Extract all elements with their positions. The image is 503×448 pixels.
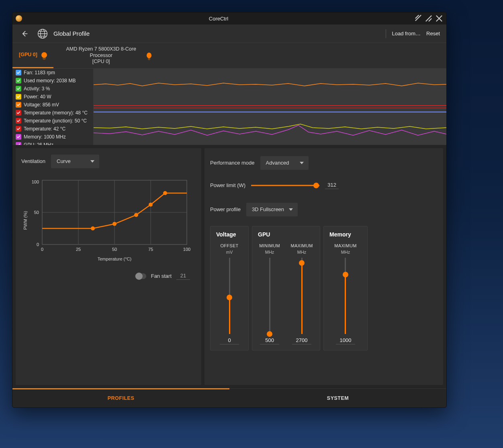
globe-icon xyxy=(37,28,49,40)
performance-panel: Performance mode Advanced Power limit (W… xyxy=(204,148,443,385)
app-window: CoreCtrl Global Profile Load from… Reset… xyxy=(12,12,447,408)
sensor-item[interactable]: Memory: 1000 MHz xyxy=(12,133,93,141)
sensor-label: Memory: 1000 MHz xyxy=(24,134,66,140)
load-from-button[interactable]: Load from… xyxy=(392,31,421,37)
sensor-label: Temperature: 42 °C xyxy=(24,126,65,132)
performance-mode-label: Performance mode xyxy=(210,160,255,166)
gpu-min-slider[interactable]: MINIMUM MHz 500 xyxy=(259,243,280,344)
device-tabs: [GPU 0] AMD Ryzen 7 5800X3D 8-Core Proce… xyxy=(12,43,446,69)
sensor-label: Activity: 3 % xyxy=(24,86,50,92)
sensor-checkbox[interactable] xyxy=(16,142,21,145)
svg-point-22 xyxy=(163,191,167,195)
fan-start-value[interactable]: 21 xyxy=(176,273,190,280)
device-tab-gpu0[interactable]: [GPU 0] xyxy=(12,43,53,68)
sensor-item[interactable]: Temperature: 42 °C xyxy=(12,125,93,133)
sensor-checkbox[interactable] xyxy=(16,78,21,83)
fan-start-toggle[interactable] xyxy=(135,273,146,279)
power-profile-label: Power profile xyxy=(210,206,241,212)
ventilation-mode-select[interactable]: Curve xyxy=(51,155,99,168)
sensor-item[interactable]: Fan: 1183 rpm xyxy=(12,69,93,77)
chart-xlabel: Temperature (°C) xyxy=(98,257,131,261)
panels: Ventilation Curve PWM (%) xyxy=(12,145,446,388)
device-tab-cpu0[interactable]: AMD Ryzen 7 5800X3D 8-Core Processor [CP… xyxy=(53,43,158,68)
maximize-button[interactable] xyxy=(425,14,433,22)
back-button[interactable] xyxy=(19,28,30,39)
svg-text:100: 100 xyxy=(183,247,190,252)
tab-system[interactable]: SYSTEM xyxy=(229,389,446,407)
tab-profiles[interactable]: PROFILES xyxy=(12,389,229,407)
fan-curve-chart[interactable]: PWM (%) 0255075100 xyxy=(22,176,195,265)
memory-max-slider[interactable]: MAXIMUM MHz 1000 xyxy=(334,243,356,344)
tuning-cards: Voltage OFFSET mV 0 GPU xyxy=(210,226,438,350)
svg-point-20 xyxy=(134,213,138,217)
chart-ylabel: PWM (%) xyxy=(23,211,28,230)
svg-text:25: 25 xyxy=(76,247,81,252)
bottom-nav: PROFILES SYSTEM xyxy=(12,388,446,407)
sensor-checkbox[interactable] xyxy=(16,86,21,92)
sensor-checkbox[interactable] xyxy=(16,134,21,140)
sensor-label: GPU: 26 MHz xyxy=(24,142,53,145)
reset-button[interactable]: Reset xyxy=(426,31,440,37)
sensor-checkbox[interactable] xyxy=(16,70,21,75)
app-icon xyxy=(16,15,22,22)
card-title: Memory xyxy=(327,231,364,238)
performance-mode-select[interactable]: Advanced xyxy=(260,156,309,170)
device-tab-label: AMD Ryzen 7 5800X3D 8-Core Processor [CP… xyxy=(60,46,143,65)
svg-point-21 xyxy=(149,203,153,207)
svg-text:0: 0 xyxy=(41,247,43,252)
profile-name: Global Profile xyxy=(53,30,90,37)
sensor-checkbox[interactable] xyxy=(16,110,21,116)
close-button[interactable] xyxy=(435,14,443,22)
sensor-checkbox[interactable] xyxy=(16,94,21,100)
device-toggle-icon[interactable] xyxy=(147,53,151,58)
device-toggle-icon[interactable] xyxy=(41,52,47,58)
power-limit-label: Power limit (W) xyxy=(210,182,245,188)
sensor-label: Temperature (memory): 48 °C xyxy=(24,110,88,116)
sensor-list[interactable]: Fan: 1183 rpmUsed memory: 2038 MBActivit… xyxy=(12,69,94,145)
svg-text:100: 100 xyxy=(32,179,39,184)
sensor-label: Temperature (junction): 50 °C xyxy=(24,118,87,124)
sensor-item[interactable]: GPU: 26 MHz xyxy=(12,141,93,145)
voltage-card: Voltage OFFSET mV 0 xyxy=(210,226,249,350)
memory-card: Memory MAXIMUM MHz 1000 xyxy=(323,226,368,350)
ventilation-panel: Ventilation Curve PWM (%) xyxy=(16,148,201,385)
power-limit-value[interactable]: 312 xyxy=(325,182,339,189)
fan-start-label: Fan start xyxy=(151,273,172,279)
voltage-offset-slider[interactable]: OFFSET mV 0 xyxy=(220,243,239,344)
svg-point-18 xyxy=(91,226,95,230)
sensor-item[interactable]: Temperature (junction): 50 °C xyxy=(12,117,93,125)
svg-point-19 xyxy=(112,222,117,226)
sensor-item[interactable]: Voltage: 856 mV xyxy=(12,101,93,109)
sensor-item[interactable]: Power: 40 W xyxy=(12,93,93,101)
gpu-card: GPU MINIMUM MHz 500 MAXIMUM MHz 2700 xyxy=(252,226,320,350)
titlebar: CoreCtrl xyxy=(12,12,446,24)
card-title: Voltage xyxy=(214,231,245,238)
card-title: GPU xyxy=(256,231,317,238)
power-profile-select[interactable]: 3D Fullscreen xyxy=(246,203,298,216)
sensor-item[interactable]: Temperature (memory): 48 °C xyxy=(12,109,93,117)
sensor-label: Used memory: 2038 MB xyxy=(24,78,76,83)
sensor-checkbox[interactable] xyxy=(16,118,21,124)
window-title: CoreCtrl xyxy=(25,16,412,22)
gpu-max-slider[interactable]: MAXIMUM MHz 2700 xyxy=(290,243,313,344)
svg-text:50: 50 xyxy=(112,247,117,252)
svg-text:0: 0 xyxy=(37,242,39,247)
ventilation-label: Ventilation xyxy=(21,158,45,164)
monitor-row: Fan: 1183 rpmUsed memory: 2038 MBActivit… xyxy=(12,69,446,145)
device-tab-label: [GPU 0] xyxy=(19,52,37,58)
sensor-label: Voltage: 856 mV xyxy=(24,102,59,108)
sensor-label: Fan: 1183 rpm xyxy=(24,70,55,75)
sensor-graph xyxy=(94,69,446,145)
toolbar-separator xyxy=(386,29,386,38)
sensor-item[interactable]: Activity: 3 % xyxy=(12,85,93,93)
svg-text:75: 75 xyxy=(148,247,153,252)
sensor-item[interactable]: Used memory: 2038 MB xyxy=(12,77,93,85)
power-limit-slider[interactable] xyxy=(251,182,319,189)
toolbar: Global Profile Load from… Reset xyxy=(12,24,446,43)
minimize-button[interactable] xyxy=(414,14,422,22)
sensor-label: Power: 40 W xyxy=(24,94,51,100)
svg-text:50: 50 xyxy=(34,210,39,215)
sensor-checkbox[interactable] xyxy=(16,126,21,132)
sensor-checkbox[interactable] xyxy=(16,102,21,108)
